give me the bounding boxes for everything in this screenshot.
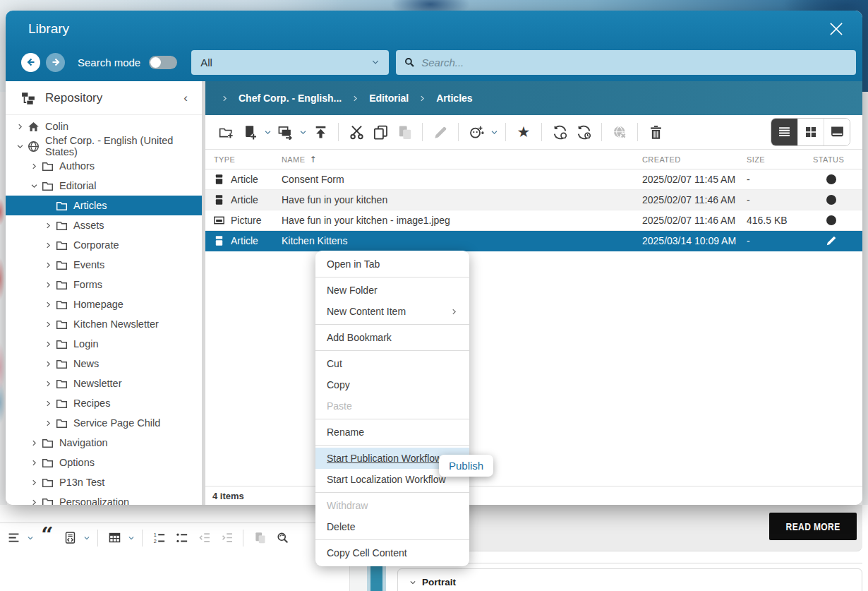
ordered-list-icon[interactable] bbox=[148, 527, 169, 549]
chevron-down-icon[interactable] bbox=[297, 121, 308, 143]
chevron-right-icon[interactable] bbox=[42, 358, 54, 369]
chevron-right-icon[interactable] bbox=[28, 496, 40, 505]
thumbnail-view-icon[interactable] bbox=[797, 119, 824, 145]
tree-item-assets[interactable]: Assets bbox=[6, 215, 202, 235]
tree-item-service-page-child[interactable]: Service Page Child bbox=[6, 413, 202, 433]
tree-item-events[interactable]: Events bbox=[6, 255, 202, 275]
chevron-right-icon[interactable] bbox=[28, 160, 40, 172]
column-header-size[interactable]: SIZE bbox=[747, 155, 809, 164]
list-view-icon[interactable] bbox=[771, 119, 797, 145]
chevron-right-icon[interactable] bbox=[42, 378, 54, 389]
content-type-filter-dropdown[interactable]: All bbox=[191, 50, 389, 75]
chevron-right-icon[interactable] bbox=[14, 121, 25, 132]
tree-item-p13n-test[interactable]: P13n Test bbox=[6, 472, 202, 492]
chevron-right-icon[interactable] bbox=[28, 437, 40, 448]
chevron-right-icon[interactable] bbox=[42, 239, 54, 251]
chevron-down-icon bbox=[371, 58, 380, 66]
chevron-down-icon[interactable] bbox=[25, 529, 35, 547]
read-more-button[interactable]: READ MORE bbox=[769, 513, 857, 540]
table-row-kitchen-kittens[interactable]: Article Kitchen Kittens 2025/03/14 10:09… bbox=[205, 231, 862, 251]
breadcrumb-item-site[interactable]: Chef Corp. - English... bbox=[239, 92, 342, 104]
upload-icon[interactable] bbox=[308, 120, 332, 144]
menu-item-cut[interactable]: Cut bbox=[315, 353, 469, 374]
tree-item-kitchen-newsletter[interactable]: Kitchen Newsletter bbox=[6, 314, 202, 334]
table-row-consent-form[interactable]: Article Consent Form 2025/02/07 11:45 AM… bbox=[205, 169, 862, 190]
chevron-down-icon[interactable] bbox=[82, 529, 92, 547]
portrait-panel-header[interactable]: Portrait bbox=[398, 569, 862, 591]
menu-item-open-in-tab[interactable]: Open in Tab bbox=[315, 253, 469, 275]
back-button[interactable] bbox=[21, 53, 40, 72]
menu-item-new-folder[interactable]: New Folder bbox=[315, 280, 469, 301]
context-menu: Open in Tab New Folder New Content Item … bbox=[315, 251, 469, 566]
bookmark-star-icon[interactable]: ★ bbox=[512, 120, 536, 144]
breadcrumb-item-articles[interactable]: Articles bbox=[436, 92, 472, 104]
start-localization-workflow-icon[interactable] bbox=[572, 120, 596, 144]
column-header-name[interactable]: NAME↑ bbox=[282, 155, 642, 165]
menu-item-add-bookmark[interactable]: Add Bookmark bbox=[315, 327, 469, 348]
delete-trash-icon[interactable] bbox=[644, 120, 668, 144]
tree-item-newsletter[interactable]: Newsletter bbox=[6, 374, 202, 393]
menu-item-copy[interactable]: Copy bbox=[315, 374, 469, 395]
tree-item-corporate[interactable]: Corporate bbox=[6, 235, 202, 255]
search-mode-toggle[interactable] bbox=[149, 56, 177, 69]
tree-item-personalization[interactable]: Personalization bbox=[6, 492, 202, 505]
forward-button[interactable] bbox=[46, 53, 65, 72]
table-row-have-fun[interactable]: Article Have fun in your kitchen 2025/02… bbox=[205, 190, 862, 210]
chevron-right-icon[interactable] bbox=[42, 417, 54, 429]
chevron-right-icon[interactable] bbox=[28, 457, 40, 468]
chevron-right-icon[interactable] bbox=[42, 299, 54, 310]
chevron-down-icon[interactable] bbox=[262, 121, 273, 143]
column-header-created[interactable]: CREATED bbox=[642, 155, 747, 164]
start-publication-workflow-icon[interactable] bbox=[548, 120, 572, 144]
chevron-right-icon[interactable] bbox=[42, 220, 54, 231]
new-media-icon[interactable] bbox=[273, 120, 297, 144]
menu-item-delete[interactable]: Delete bbox=[315, 516, 469, 537]
personalization-icon[interactable] bbox=[464, 120, 488, 144]
table-row-have-fun-image[interactable]: Picture Have fun in your kitchen - image… bbox=[205, 210, 862, 231]
chevron-right-icon[interactable] bbox=[42, 398, 54, 409]
close-icon[interactable] bbox=[826, 18, 847, 40]
chevron-down-icon[interactable] bbox=[126, 529, 136, 547]
tree-item-news[interactable]: News bbox=[6, 354, 202, 374]
cut-icon[interactable] bbox=[344, 120, 368, 144]
copy-icon[interactable] bbox=[368, 120, 392, 144]
card-view-icon[interactable] bbox=[824, 119, 850, 145]
collapse-panel-button[interactable]: ‹ bbox=[179, 89, 192, 107]
chevron-right-icon[interactable] bbox=[42, 259, 54, 270]
column-header-status[interactable]: STATUS bbox=[809, 155, 862, 164]
tree-item-authors[interactable]: Authors bbox=[6, 156, 202, 176]
find-replace-icon[interactable] bbox=[272, 527, 293, 549]
new-folder-icon[interactable] bbox=[214, 120, 238, 144]
tree-item-forms[interactable]: Forms bbox=[6, 275, 202, 294]
chevron-down-icon[interactable] bbox=[488, 121, 500, 143]
blockquote-icon[interactable]: “ bbox=[37, 527, 58, 549]
tree-item-navigation[interactable]: Navigation bbox=[6, 433, 202, 453]
code-block-icon[interactable] bbox=[59, 527, 80, 549]
alignment-icon[interactable] bbox=[3, 527, 24, 549]
chevron-right-icon[interactable] bbox=[42, 338, 54, 350]
chevron-down-icon[interactable] bbox=[28, 180, 40, 191]
chevron-right-icon[interactable] bbox=[42, 279, 54, 290]
tree-item-editorial[interactable]: Editorial bbox=[6, 176, 202, 196]
tree-item-colin[interactable]: Colin bbox=[6, 117, 202, 136]
new-content-item-icon[interactable] bbox=[238, 120, 262, 144]
tree-item-login[interactable]: Login bbox=[6, 334, 202, 354]
chevron-down-icon[interactable] bbox=[14, 141, 25, 152]
chevron-right-icon[interactable] bbox=[28, 477, 40, 488]
cell-size: - bbox=[747, 235, 809, 246]
breadcrumb-item-editorial[interactable]: Editorial bbox=[369, 92, 409, 104]
tree-item-articles[interactable]: Articles bbox=[6, 196, 202, 215]
tree-item-options[interactable]: Options bbox=[6, 453, 202, 472]
column-header-type[interactable]: TYPE bbox=[214, 155, 282, 164]
menu-separator bbox=[315, 350, 469, 351]
table-icon[interactable] bbox=[104, 527, 125, 549]
menu-item-rename[interactable]: Rename bbox=[315, 422, 469, 443]
menu-item-copy-cell-content[interactable]: Copy Cell Content bbox=[315, 542, 469, 563]
chevron-right-icon[interactable] bbox=[42, 318, 54, 330]
menu-item-new-content-item[interactable]: New Content Item bbox=[315, 301, 469, 322]
tree-item-homepage[interactable]: Homepage bbox=[6, 294, 202, 314]
unordered-list-icon[interactable] bbox=[171, 527, 192, 549]
tree-item-recipes[interactable]: Recipes bbox=[6, 393, 202, 413]
tree-item-chef-corp[interactable]: Chef Corp. - English (United States) bbox=[6, 136, 202, 156]
search-input[interactable]: Search... bbox=[396, 50, 856, 75]
